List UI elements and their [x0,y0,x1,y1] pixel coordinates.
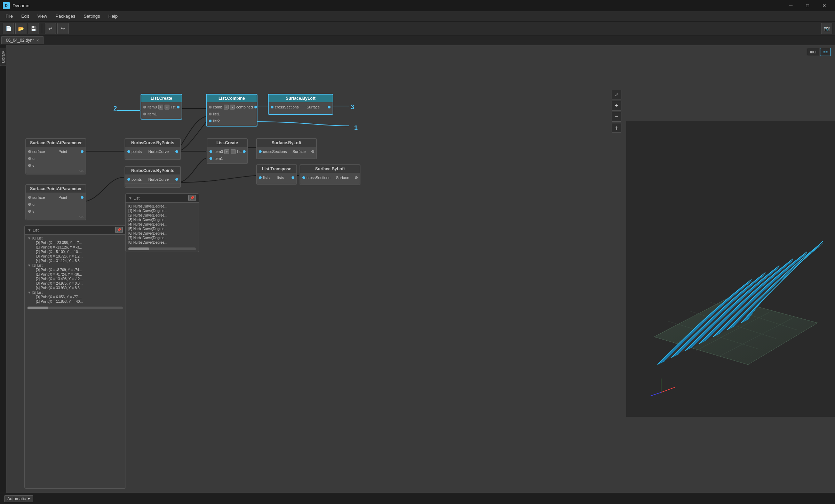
combine-plus-btn[interactable]: + [224,105,229,109]
svg-rect-2 [626,121,835,417]
list-create-2-row-item0: item0 + - list [207,148,247,155]
library-panel: Library [0,45,6,493]
node-surface-byloft-2[interactable]: Surface.ByLoft crossSections Surface [256,138,317,159]
nurbscurve-2-row-points: points NurbsCurve [125,176,180,183]
save-button[interactable]: 💾 [28,23,39,34]
port-crosssections-3-in[interactable] [302,176,305,179]
minimize-button[interactable]: ─ [783,0,799,11]
port-crosssections-1-in[interactable] [271,106,273,108]
port-item1-in[interactable] [143,113,146,115]
zoom-in-button[interactable]: + [612,101,621,111]
port-nurbscurve-2-out[interactable] [175,178,178,181]
port-list-out[interactable] [177,106,180,108]
zoom-out-button[interactable]: − [612,112,621,122]
port-comb-in[interactable] [209,106,212,108]
canvas[interactable]: 2 3 1 List.Create item0 + - list item1 [6,45,835,493]
node-surface-byloft-1-header: Surface.ByLoft [269,95,333,102]
port-v-1-in[interactable] [28,164,31,167]
port-v-2-in[interactable] [28,210,31,213]
node-surface-byloft-3-header: Surface.ByLoft [300,165,360,173]
port-list2-in[interactable] [209,120,212,122]
label-points-2: points [132,177,142,181]
tree-item: [0] NurbsCurve(Degree... [128,204,196,209]
pin-button-1[interactable]: 📌 [115,227,123,233]
zoom-fit-button[interactable]: ✛ [612,123,621,133]
open-button[interactable]: 📂 [15,23,26,34]
port-nurbscurve-1-out[interactable] [175,150,178,153]
port-surface-3-out[interactable] [355,176,358,179]
watch-scrollbar-2[interactable] [128,247,196,250]
plus-btn-2[interactable]: + [224,149,229,154]
label-point-1: Point [58,149,67,154]
node-combine-row-list2: list2 [207,117,257,124]
node-list-combine[interactable]: List.Combine comb + - combined list1 lis… [206,94,257,127]
port-item1-2-in[interactable] [209,157,212,160]
node-list-transpose[interactable]: List.Transpose lists lists [256,164,297,185]
label-surface-pp2: surface [32,195,45,200]
port-lists-out[interactable] [292,176,294,179]
node-surface-pointatparam-1[interactable]: Surface.PointAtParameter surface Point u… [25,138,86,174]
redo-button[interactable]: ↪ [57,23,69,34]
scrollbar-thumb-1[interactable] [27,307,48,309]
node-nurbscurve-1[interactable]: NurbsCurve.ByPoints points NurbsCurve [125,138,181,160]
port-combined-out[interactable] [254,106,257,108]
node-nurbscurve-1-body: points NurbsCurve [125,147,180,159]
node-list-create-2[interactable]: List.Create item0 + - list item1 [207,138,248,164]
fit-button[interactable]: ⤢ [612,90,621,99]
node-surface-pointatparam-2[interactable]: Surface.PointAtParameter surface Point u… [25,184,86,220]
node-nurbscurve-2[interactable]: NurbsCurve.ByPoints points NurbsCurve [125,166,181,188]
port-item0-in[interactable] [143,106,146,108]
pointatparam-1-row-v: v [26,162,86,169]
port-surface-1-out[interactable] [328,106,331,108]
minus-btn[interactable]: - [165,105,169,109]
port-u-2-in[interactable] [28,203,31,206]
plus-btn[interactable]: + [158,105,163,109]
watch-scrollbar-1[interactable] [27,307,123,309]
node-surface-byloft-3-body: crossSections Surface [300,173,360,185]
port-lists-in[interactable] [259,176,262,179]
node-surface-byloft-3[interactable]: Surface.ByLoft crossSections Surface [300,164,360,185]
node-surface-byloft-1[interactable]: Surface.ByLoft crossSections Surface [268,94,333,115]
port-crosssections-2-in[interactable] [259,150,262,153]
port-item0-2-in[interactable] [209,150,212,153]
port-surface-1-pp-in[interactable] [28,150,31,153]
port-point-2-out[interactable] [81,196,84,199]
tab-main[interactable]: 06_04_02.dyn* ✕ [1,36,43,44]
close-button[interactable]: ✕ [816,0,832,11]
port-surface-2-pp-in[interactable] [28,196,31,199]
library-tab[interactable]: Library [0,48,6,66]
pin-button-2[interactable]: 📌 [188,195,196,201]
node-pointatparam-1-header: Surface.PointAtParameter [26,139,86,147]
port-list-2-out[interactable] [243,150,246,153]
tab-close-icon[interactable]: ✕ [36,39,39,42]
menu-packages[interactable]: Packages [51,12,79,20]
scrollbar-thumb-2[interactable] [128,247,149,250]
port-surface-2-out[interactable] [311,150,314,153]
menu-edit[interactable]: Edit [17,12,33,20]
menu-help[interactable]: Help [104,12,122,20]
maximize-button[interactable]: □ [800,0,816,11]
number-label-1: 1 [354,124,358,132]
port-points-2-in[interactable] [127,178,130,181]
tree-item: [4] NurbsCurve(Degree... [128,222,196,227]
undo-button[interactable]: ↩ [45,23,56,34]
minus-btn-2[interactable]: - [231,149,236,154]
port-points-1-in[interactable] [127,150,130,153]
new-button[interactable]: 📄 [3,23,14,34]
tree-item: [1] Point(X = -0.724, Y = -38... [27,272,123,277]
port-list1-in[interactable] [209,113,212,115]
label-comb: comb [213,105,222,109]
port-point-1-out[interactable] [81,150,84,153]
node-list-create-2-header: List.Create [207,139,247,147]
node-surface-byloft-1-body: crossSections Surface [269,102,333,114]
port-u-1-in[interactable] [28,157,31,160]
combine-minus-btn[interactable]: - [230,105,235,109]
menu-view[interactable]: View [33,12,51,20]
screenshot-button[interactable]: 📷 [821,23,832,34]
node-list-create-1-body: item0 + - list item1 [141,102,182,119]
menu-settings[interactable]: Settings [79,12,104,20]
titlebar: D Dynamo ─ □ ✕ [0,0,835,11]
menu-file[interactable]: File [1,12,17,20]
execution-mode-dropdown[interactable]: Automatic ▾ [4,495,33,502]
node-list-create-1[interactable]: List.Create item0 + - list item1 [141,94,182,120]
